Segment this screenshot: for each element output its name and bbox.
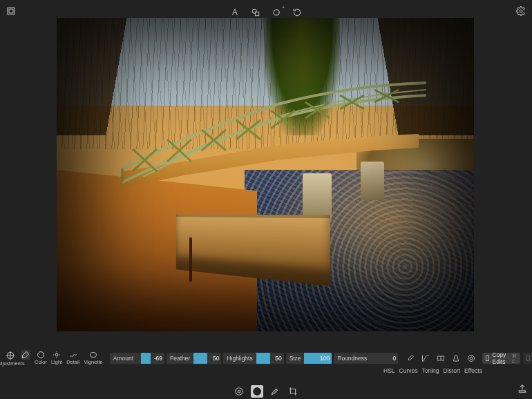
svg-point-5: [520, 10, 522, 12]
top-toolbar: A +: [0, 0, 532, 19]
split-tone-icon[interactable]: [436, 353, 446, 363]
param-value: 50: [213, 353, 219, 364]
edited-image: [57, 18, 474, 331]
extra-tools: [406, 353, 476, 363]
tab-effects[interactable]: Effects: [464, 367, 482, 374]
vignette-group-icon[interactable]: [88, 350, 98, 360]
param-label: Roundness: [334, 355, 370, 362]
light-group-icon[interactable]: [52, 350, 61, 360]
blend-tool-icon[interactable]: +: [271, 7, 282, 18]
effects-icon[interactable]: [466, 353, 476, 363]
editing-indicator-icon[interactable]: [21, 350, 30, 360]
param-roundness[interactable]: Roundness0: [334, 353, 398, 364]
param-label: Highlights: [223, 355, 256, 362]
light-group-label[interactable]: Light: [51, 360, 62, 365]
crop-mode-icon[interactable]: [287, 385, 299, 398]
svg-point-35: [468, 356, 475, 362]
retouch-mode-icon[interactable]: [269, 385, 281, 398]
param-amount[interactable]: Amount-69: [110, 353, 164, 364]
svg-rect-0: [8, 8, 15, 15]
mode-bar: [0, 384, 532, 399]
detail-group-icon[interactable]: [68, 350, 78, 360]
info-mode-icon[interactable]: [233, 385, 245, 398]
param-label: Size: [286, 355, 305, 362]
param-label: Amount: [110, 355, 137, 362]
param-label: Feather: [167, 355, 193, 362]
copy-icon: [486, 356, 489, 361]
exposure-icon[interactable]: [5, 350, 16, 361]
param-value: 100: [320, 353, 330, 364]
perspective-icon[interactable]: [451, 353, 461, 363]
svg-rect-32: [91, 352, 97, 357]
redo-icon[interactable]: [292, 7, 303, 18]
eyedropper-icon[interactable]: [406, 353, 415, 363]
adjustment-groups: Adjustments . Color Light: [3, 350, 106, 367]
svg-point-38: [238, 390, 240, 393]
paste-edits-button: Paste Edits ⌘ V: [523, 353, 532, 364]
param-highlights[interactable]: Highlights50: [223, 353, 283, 364]
image-canvas[interactable]: [57, 18, 474, 331]
svg-rect-1: [9, 9, 13, 13]
param-slider[interactable]: 50: [256, 353, 284, 364]
param-value: -69: [154, 353, 162, 364]
param-slider[interactable]: -69: [137, 353, 164, 364]
copy-shortcut: ⌘ C: [512, 353, 517, 364]
svg-point-36: [470, 357, 473, 360]
shapes-tool-icon[interactable]: [250, 7, 261, 18]
param-value: 50: [275, 353, 281, 364]
export-icon[interactable]: [517, 383, 528, 394]
library-icon[interactable]: [6, 6, 17, 17]
adjust-mode-icon[interactable]: [251, 385, 263, 398]
color-group-icon[interactable]: [36, 350, 46, 360]
svg-point-2: [252, 9, 256, 13]
svg-point-27: [55, 353, 58, 356]
param-slider[interactable]: 50: [193, 353, 221, 364]
tab-hsl[interactable]: HSL: [383, 367, 395, 374]
under-tabs: HSL Curves Toning Distort Effects: [383, 367, 482, 374]
param-feather[interactable]: Feather50: [167, 353, 221, 364]
copy-edits-label: Copy Edits: [492, 351, 507, 365]
vignette-group-label[interactable]: Vignette: [84, 360, 102, 365]
settings-icon[interactable]: [515, 6, 526, 17]
tab-toning[interactable]: Toning: [421, 367, 439, 374]
param-value: 0: [393, 353, 397, 364]
curves-icon[interactable]: [421, 353, 430, 363]
paste-icon: [526, 356, 530, 361]
param-slider[interactable]: 100: [304, 353, 332, 364]
bottom-panel: Adjustments . Color Light: [0, 349, 532, 384]
tab-distort[interactable]: Distort: [444, 367, 461, 374]
detail-group-label[interactable]: Detail: [66, 360, 79, 365]
tab-curves[interactable]: Curves: [399, 367, 418, 374]
svg-point-37: [236, 388, 243, 396]
param-slider[interactable]: 0: [370, 353, 398, 364]
text-tool-icon[interactable]: A: [229, 7, 240, 18]
param-size[interactable]: Size100: [286, 353, 332, 364]
svg-rect-40: [519, 391, 525, 392]
copy-edits-button[interactable]: Copy Edits ⌘ C: [482, 353, 520, 364]
color-group-label[interactable]: Color: [35, 360, 47, 365]
